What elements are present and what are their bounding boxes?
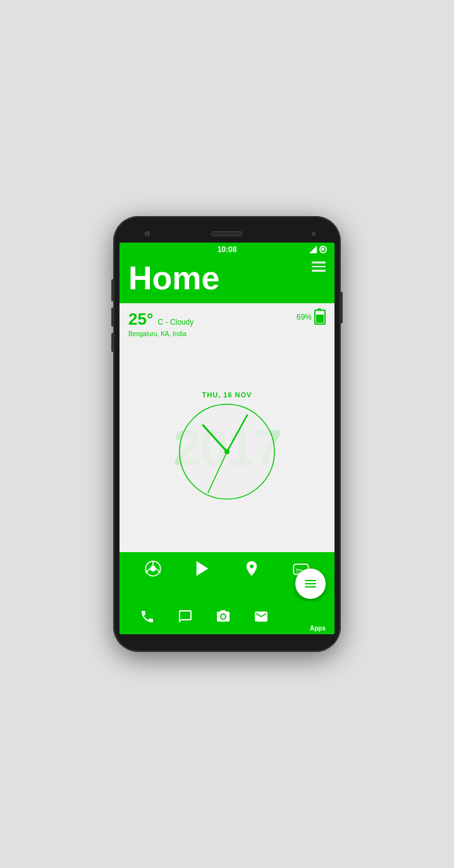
fab-line-2 bbox=[305, 583, 316, 584]
bottom-nav bbox=[120, 601, 334, 632]
clock-area: 2017 THU, 16 NOV bbox=[120, 344, 334, 552]
menu-button[interactable] bbox=[312, 262, 326, 272]
header: Home bbox=[120, 256, 334, 303]
clock-svg bbox=[176, 401, 278, 502]
weather-location: Bengaluru, KA, India bbox=[128, 330, 193, 337]
status-time: 10:08 bbox=[218, 245, 237, 254]
fab-line-3 bbox=[305, 586, 316, 588]
messages-nav-button[interactable] bbox=[174, 605, 197, 628]
status-bar: 10:08 bbox=[120, 243, 334, 256]
front-camera bbox=[145, 231, 150, 236]
silent-button[interactable] bbox=[111, 333, 114, 352]
menu-line-2 bbox=[312, 266, 326, 268]
svg-point-4 bbox=[224, 449, 230, 454]
weather-unit: C - Cloudy bbox=[158, 318, 194, 327]
clock-date: THU, 16 NOV bbox=[176, 391, 278, 399]
apps-label: Apps bbox=[310, 625, 326, 632]
weather-top: 25° C - Cloudy Bengaluru, KA, India 69% bbox=[128, 310, 326, 337]
menu-line-1 bbox=[312, 262, 326, 263]
fab-container bbox=[120, 569, 334, 599]
volume-up-button[interactable] bbox=[111, 279, 114, 301]
app-dock: YouTube bbox=[120, 552, 334, 634]
weather-info: 25° C - Cloudy Bengaluru, KA, India bbox=[128, 310, 193, 337]
front-sensor bbox=[312, 232, 316, 236]
battery-fill bbox=[316, 315, 324, 323]
battery-area: 69% bbox=[297, 310, 326, 325]
data-icon bbox=[319, 246, 327, 253]
speaker bbox=[211, 231, 243, 236]
status-right bbox=[308, 246, 327, 253]
battery-percent: 69% bbox=[297, 313, 312, 322]
battery-icon bbox=[314, 310, 326, 325]
phone-nav-button[interactable] bbox=[136, 605, 159, 628]
page-title: Home bbox=[128, 262, 326, 294]
weather-widget: 25° C - Cloudy Bengaluru, KA, India 69% bbox=[120, 303, 334, 344]
phone-device: 10:08 Home 25° C - Cloudy bbox=[113, 216, 341, 652]
power-button[interactable] bbox=[340, 292, 343, 323]
camera-nav-button[interactable] bbox=[212, 605, 235, 628]
fab-line-1 bbox=[305, 580, 316, 581]
apps-fab-button[interactable] bbox=[295, 569, 326, 599]
volume-down-button[interactable] bbox=[111, 308, 114, 327]
clock-widget[interactable]: THU, 16 NOV bbox=[176, 391, 278, 505]
email-nav-button[interactable] bbox=[250, 605, 273, 628]
phone-screen: 10:08 Home 25° C - Cloudy bbox=[120, 243, 334, 634]
menu-line-3 bbox=[312, 270, 326, 272]
weather-temperature: 25° C - Cloudy bbox=[128, 310, 193, 329]
phone-top-bar bbox=[120, 225, 334, 243]
signal-icon bbox=[308, 246, 317, 253]
